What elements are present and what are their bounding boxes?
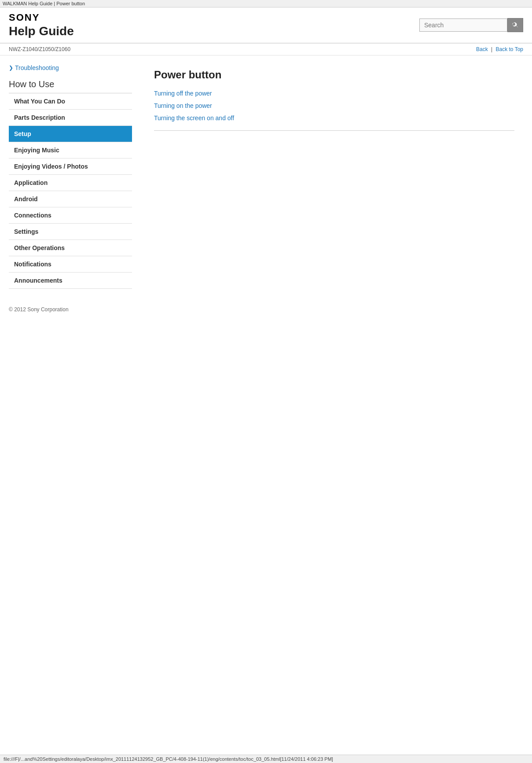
troubleshooting-link[interactable]: ❯ Troubleshooting <box>9 64 132 71</box>
header-left: SONY Help Guide <box>9 12 74 38</box>
main-layout: ❯ Troubleshooting How to Use What You Ca… <box>0 55 532 298</box>
sidebar-item-android[interactable]: Android <box>9 191 132 207</box>
sidebar-item-notifications[interactable]: Notifications <box>9 256 132 273</box>
how-to-use-title: How to Use <box>9 79 132 89</box>
sidebar-item-announcements[interactable]: Announcements <box>9 273 132 289</box>
nav-separator: | <box>491 46 494 52</box>
sidebar-item-parts-description[interactable]: Parts Description <box>9 110 132 126</box>
title-bar-text: WALKMAN Help Guide | Power button <box>3 1 85 6</box>
search-area <box>419 18 523 32</box>
model-info: NWZ-Z1040/Z1050/Z1060 <box>9 46 70 52</box>
back-to-top-link[interactable]: Back to Top <box>496 46 523 52</box>
help-guide-title: Help Guide <box>9 24 74 38</box>
sidebar: ❯ Troubleshooting How to Use What You Ca… <box>0 55 136 298</box>
chevron-icon: ❯ <box>9 65 13 71</box>
sony-logo: SONY <box>9 12 74 23</box>
sidebar-item-settings[interactable]: Settings <box>9 224 132 240</box>
sidebar-item-connections[interactable]: Connections <box>9 207 132 224</box>
search-input[interactable] <box>419 18 507 32</box>
search-icon <box>512 22 519 29</box>
sidebar-item-enjoying-music[interactable]: Enjoying Music <box>9 142 132 158</box>
nav-links: Back | Back to Top <box>476 46 523 52</box>
content-link-turning-off[interactable]: Turning off the power <box>154 90 514 97</box>
content-divider <box>154 130 514 131</box>
sidebar-item-what-you-can-do[interactable]: What You Can Do <box>9 93 132 110</box>
back-link[interactable]: Back <box>476 46 488 52</box>
sidebar-item-application[interactable]: Application <box>9 175 132 191</box>
header: SONY Help Guide <box>0 7 532 44</box>
search-button[interactable] <box>507 18 523 32</box>
title-bar: WALKMAN Help Guide | Power button <box>0 0 532 7</box>
page-title: Power button <box>154 69 514 81</box>
content-area: Power button Turning off the power Turni… <box>136 55 532 298</box>
troubleshooting-label: Troubleshooting <box>15 64 59 71</box>
footer: © 2012 Sony Corporation <box>0 298 532 321</box>
copyright-text: © 2012 Sony Corporation <box>9 306 69 313</box>
content-link-turning-on[interactable]: Turning on the power <box>154 102 514 109</box>
sidebar-item-other-operations[interactable]: Other Operations <box>9 240 132 256</box>
sidebar-item-enjoying-videos-photos[interactable]: Enjoying Videos / Photos <box>9 158 132 175</box>
content-link-turning-screen[interactable]: Turning the screen on and off <box>154 114 514 122</box>
nav-bar: NWZ-Z1040/Z1050/Z1060 Back | Back to Top <box>0 44 532 55</box>
sidebar-item-setup[interactable]: Setup <box>9 126 132 142</box>
